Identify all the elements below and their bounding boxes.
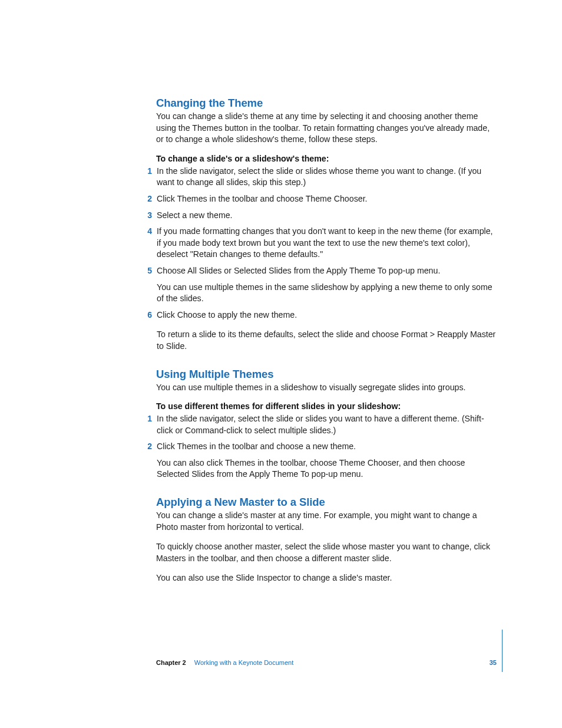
step-followup: To return a slide to its theme defaults,…	[157, 329, 497, 352]
step-text: If you made formatting changes that you …	[157, 226, 497, 261]
footer-page-number: 35	[490, 659, 497, 666]
intro-multiple-themes: You can use multiple themes in a slidesh…	[156, 382, 497, 394]
step-text: Click Choose to apply the new theme. To …	[157, 309, 497, 353]
master-p2: To quickly choose another master, select…	[156, 541, 497, 564]
step-number: 4	[144, 226, 152, 261]
footer-rule	[502, 630, 503, 672]
heading-applying-master: Applying a New Master to a Slide	[156, 496, 497, 509]
step-item: 1 In the slide navigator, select the sli…	[156, 166, 497, 189]
step-number: 6	[144, 309, 152, 353]
steps-changing-theme: 1 In the slide navigator, select the sli…	[156, 166, 497, 353]
page-content: Changing the Theme You can change a slid…	[156, 97, 497, 592]
step-item: 6 Click Choose to apply the new theme. T…	[156, 309, 497, 353]
heading-changing-theme: Changing the Theme	[156, 97, 497, 110]
master-p1: You can change a slide's master at any t…	[156, 510, 497, 533]
step-item: 1 In the slide navigator, select the sli…	[156, 413, 497, 436]
step-text: Click Themes in the toolbar and choose a…	[157, 441, 497, 480]
steps-multiple-themes: 1 In the slide navigator, select the sli…	[156, 413, 497, 480]
step-followup: You can also click Themes in the toolbar…	[157, 457, 497, 480]
step-item: 3 Select a new theme.	[156, 210, 497, 222]
intro-changing-theme: You can change a slide's theme at any ti…	[156, 111, 497, 146]
step-number: 3	[144, 210, 152, 222]
step-item: 4 If you made formatting changes that yo…	[156, 226, 497, 261]
step-text: In the slide navigator, select the slide…	[157, 413, 497, 436]
master-p3: You can also use the Slide Inspector to …	[156, 572, 497, 584]
step-main-text: Click Themes in the toolbar and choose a…	[157, 442, 356, 451]
step-number: 5	[144, 265, 152, 305]
step-text: Click Themes in the toolbar and choose T…	[157, 193, 368, 205]
step-text: In the slide navigator, select the slide…	[157, 166, 497, 189]
step-number: 2	[144, 193, 152, 205]
footer-chapter: Chapter 2	[156, 659, 186, 666]
step-item: 2 Click Themes in the toolbar and choose…	[156, 193, 497, 205]
step-item: 5 Choose All Slides or Selected Slides f…	[156, 265, 497, 305]
step-number: 1	[144, 166, 152, 189]
step-main-text: Choose All Slides or Selected Slides fro…	[157, 266, 440, 275]
subhead-multiple-themes: To use different themes for different sl…	[156, 401, 497, 411]
step-number: 1	[144, 413, 152, 436]
step-text: Select a new theme.	[157, 210, 233, 222]
step-number: 2	[144, 441, 152, 480]
step-text: Choose All Slides or Selected Slides fro…	[157, 265, 497, 305]
footer-left: Chapter 2 Working with a Keynote Documen…	[156, 659, 293, 666]
step-main-text: Click Choose to apply the new theme.	[157, 310, 297, 319]
page-footer: Chapter 2 Working with a Keynote Documen…	[156, 659, 497, 666]
step-followup: You can use multiple themes in the same …	[157, 282, 497, 305]
step-item: 2 Click Themes in the toolbar and choose…	[156, 441, 497, 480]
heading-multiple-themes: Using Multiple Themes	[156, 368, 497, 381]
footer-title: Working with a Keynote Document	[194, 659, 294, 666]
subhead-change-theme: To change a slide's or a slideshow's the…	[156, 154, 497, 163]
